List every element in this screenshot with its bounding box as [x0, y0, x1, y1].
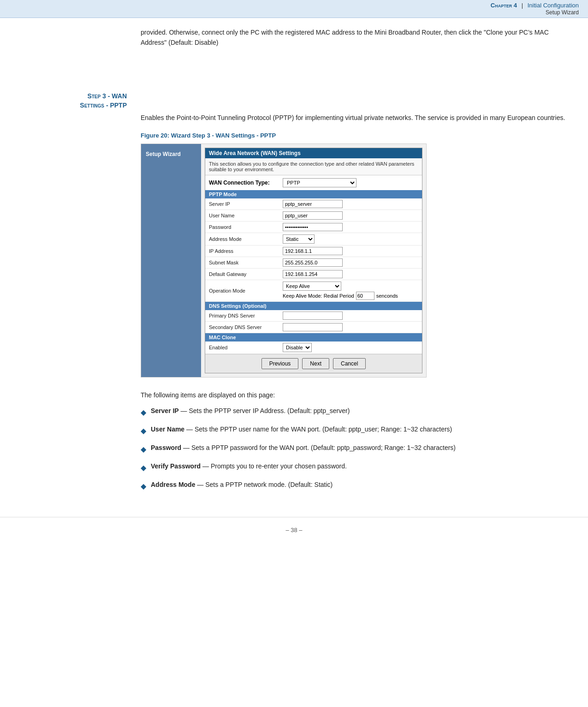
- bullet-desc-server-ip: — Sets the PPTP server IP Address. (Defa…: [181, 407, 350, 414]
- content-wrapper: Step 3 - WAN Settings - PPTP provided. O…: [0, 18, 588, 508]
- address-mode-select[interactable]: Static Dynamic: [283, 234, 315, 244]
- password-input[interactable]: [283, 223, 343, 231]
- list-item: ◆ User Name — Sets the PPTP user name fo…: [141, 425, 570, 437]
- bullet-term-server-ip: Server IP: [151, 407, 179, 414]
- field-value-server-ip: [279, 198, 422, 210]
- bullet-term-address-mode: Address Mode: [151, 481, 195, 488]
- page-number: – 38 –: [285, 527, 302, 533]
- keep-alive-unit: senconds: [376, 293, 398, 299]
- dns-settings-header: DNS Settings (Optional): [205, 302, 422, 310]
- left-margin: Step 3 - WAN Settings - PPTP: [0, 18, 136, 508]
- table-row: Enabled Disable Enable: [205, 342, 422, 354]
- field-value-operation-mode: Keep Alive Connect on Demand Keep Alive …: [279, 280, 422, 302]
- bullet-content: Password — Sets a PPTP password for the …: [151, 443, 456, 455]
- chapter-label: Chapter 4: [491, 2, 517, 9]
- table-row: Primary DNS Server: [205, 310, 422, 322]
- field-value-default-gateway: [279, 269, 422, 280]
- bullet-icon: ◆: [141, 407, 146, 418]
- bullets-intro: The following items are displayed on thi…: [141, 391, 570, 399]
- field-label-user-name: User Name: [205, 210, 279, 222]
- wan-connection-label: WAN Connection Type:: [209, 180, 283, 186]
- field-label-secondary-dns: Secondary DNS Server: [205, 322, 279, 333]
- field-value-password: [279, 222, 422, 233]
- table-row: Password: [205, 222, 422, 233]
- header-divider: |: [522, 2, 525, 9]
- bullet-icon: ◆: [141, 462, 146, 473]
- wan-panel-desc: This section allows you to configure the…: [205, 158, 422, 175]
- bullet-term-verify-password: Verify Password: [151, 462, 201, 470]
- bullet-term-user-name: User Name: [151, 425, 184, 433]
- ip-address-input[interactable]: [283, 247, 343, 255]
- field-value-primary-dns: [279, 310, 422, 322]
- figure-box: Setup Wizard Wide Area Network (WAN) Set…: [141, 144, 427, 377]
- setup-sidebar: Setup Wizard: [141, 144, 201, 377]
- page-footer: – 38 –: [0, 517, 588, 543]
- table-row: IP Address: [205, 246, 422, 257]
- keep-alive-select[interactable]: Keep Alive Connect on Demand: [283, 282, 341, 291]
- header-section: Initial Configuration: [528, 2, 579, 9]
- table-row: Operation Mode Keep Alive Connect on Dem…: [205, 280, 422, 302]
- secondary-dns-input[interactable]: [283, 323, 343, 331]
- default-gateway-input[interactable]: [283, 270, 343, 278]
- bullet-desc-verify-password: — Prompts you to re-enter your chosen pa…: [202, 462, 347, 470]
- field-value-ip-address: [279, 246, 422, 257]
- primary-dns-input[interactable]: [283, 312, 343, 320]
- field-value-address-mode: Static Dynamic: [279, 233, 422, 246]
- main-content: provided. Otherwise, connect only the PC…: [136, 18, 588, 508]
- setup-sidebar-label: Setup Wizard: [146, 151, 181, 157]
- bullet-desc-user-name: — Sets the PPTP user name for the WAN po…: [186, 425, 452, 433]
- table-row: User Name: [205, 210, 422, 222]
- mac-enabled-select[interactable]: Disable Enable: [283, 343, 312, 352]
- field-label-address-mode: Address Mode: [205, 233, 279, 246]
- bullet-content: Verify Password — Prompts you to re-ente…: [151, 461, 347, 473]
- table-row: Secondary DNS Server: [205, 322, 422, 333]
- field-label-mac-enabled: Enabled: [205, 342, 279, 354]
- field-value-mac-enabled: Disable Enable: [279, 342, 422, 354]
- next-button[interactable]: Next: [302, 358, 329, 369]
- operation-mode-cell: Keep Alive Connect on Demand Keep Alive …: [283, 282, 418, 300]
- field-value-user-name: [279, 210, 422, 222]
- step-description: Enables the Point-to-Point Tunneling Pro…: [141, 113, 570, 123]
- server-ip-input[interactable]: [283, 200, 343, 208]
- bullet-desc-address-mode: — Sets a PPTP network mode. (Default: St…: [197, 481, 333, 488]
- pptp-mode-header: PPTP Mode: [205, 190, 422, 198]
- dns-form-table: Primary DNS Server Secondary DNS Server: [205, 310, 422, 333]
- wan-settings-panel: Wide Area Network (WAN) Settings This se…: [205, 148, 422, 373]
- intro-text: provided. Otherwise, connect only the PC…: [141, 27, 570, 48]
- table-row: Server IP: [205, 198, 422, 210]
- list-item: ◆ Address Mode — Sets a PPTP network mod…: [141, 480, 570, 492]
- figure-inner: Setup Wizard Wide Area Network (WAN) Set…: [141, 144, 426, 377]
- bullet-content: User Name — Sets the PPTP user name for …: [151, 425, 452, 437]
- page-header: Chapter 4 | Initial Configuration Setup …: [0, 0, 588, 18]
- keep-alive-label: Keep Alive Mode: Redial Period: [283, 293, 354, 299]
- bullet-term-password: Password: [151, 444, 181, 451]
- table-row: Default Gateway: [205, 269, 422, 280]
- bullet-content: Address Mode — Sets a PPTP network mode.…: [151, 480, 333, 492]
- keep-alive-row: Keep Alive Mode: Redial Period senconds: [283, 292, 418, 300]
- keep-alive-input[interactable]: [356, 292, 374, 300]
- bullet-content: Server IP — Sets the PPTP server IP Addr…: [151, 406, 350, 418]
- figure-caption: Figure 20: Wizard Step 3 - WAN Settings …: [141, 132, 570, 139]
- field-label-ip-address: IP Address: [205, 246, 279, 257]
- field-label-subnet-mask: Subnet Mask: [205, 257, 279, 269]
- field-label-primary-dns: Primary DNS Server: [205, 310, 279, 322]
- user-name-input[interactable]: [283, 211, 343, 220]
- header-sub-section: Setup Wizard: [9, 9, 579, 16]
- step-label: Step 3 - WAN Settings - PPTP: [18, 92, 127, 110]
- bullet-icon: ◆: [141, 425, 146, 437]
- bullet-icon: ◆: [141, 481, 146, 492]
- previous-button[interactable]: Previous: [261, 358, 299, 369]
- cancel-button[interactable]: Cancel: [333, 358, 366, 369]
- pptp-form-table: Server IP User Name Password: [205, 198, 422, 302]
- field-label-server-ip: Server IP: [205, 198, 279, 210]
- wan-panel-title: Wide Area Network (WAN) Settings: [205, 148, 422, 158]
- wan-connection-select[interactable]: PPTP: [283, 178, 356, 187]
- field-value-subnet-mask: [279, 257, 422, 269]
- table-row: Address Mode Static Dynamic: [205, 233, 422, 246]
- description-section: The following items are displayed on thi…: [141, 391, 570, 492]
- bullet-icon: ◆: [141, 444, 146, 455]
- list-item: ◆ Verify Password — Prompts you to re-en…: [141, 461, 570, 473]
- subnet-mask-input[interactable]: [283, 258, 343, 267]
- list-item: ◆ Server IP — Sets the PPTP server IP Ad…: [141, 406, 570, 418]
- field-label-operation-mode: Operation Mode: [205, 280, 279, 302]
